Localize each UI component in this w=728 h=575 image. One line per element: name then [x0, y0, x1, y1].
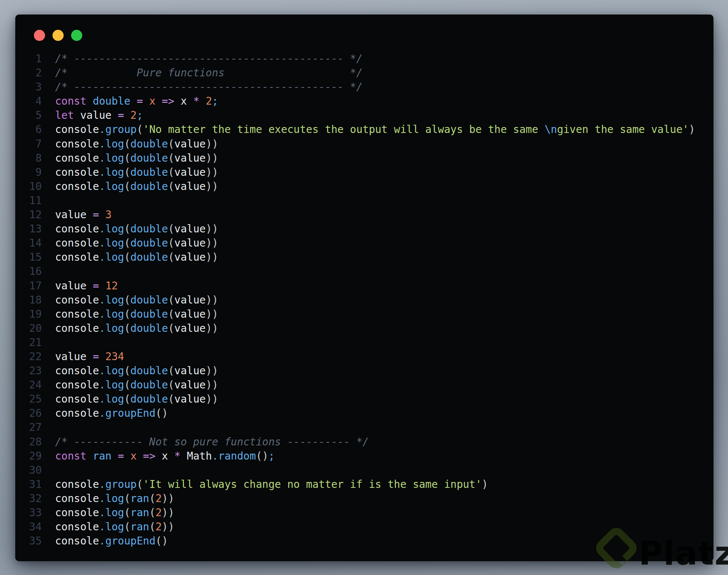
code-line: 4const double = x => x * 2; — [15, 94, 713, 108]
code-token: double — [130, 166, 168, 178]
code-line: 5let value = 2; — [15, 108, 713, 123]
code-token: console — [55, 506, 99, 519]
code-token: /* Pure functions */ — [55, 67, 363, 79]
code-token: ran — [130, 492, 149, 505]
code-token: double — [130, 393, 168, 405]
platzi-wordmark: Platz i — [639, 534, 728, 575]
code-token: console — [55, 492, 99, 505]
minimize-window-button[interactable] — [52, 30, 64, 41]
line-number: 4 — [15, 94, 42, 108]
code-token: const — [55, 95, 93, 107]
code-token: log — [105, 180, 124, 193]
code-token: ( — [124, 152, 130, 164]
code-token: = — [118, 450, 124, 462]
code-token: double — [130, 379, 168, 391]
code-text: console.log(double(value)) — [55, 392, 218, 406]
code-token: . — [99, 152, 105, 164]
code-text: value = 3 — [55, 208, 112, 222]
code-token: )) — [206, 365, 218, 377]
code-token: ran — [130, 506, 149, 519]
code-token: /* -------------------------------------… — [55, 53, 363, 65]
code-token: )) — [206, 393, 218, 405]
line-number: 24 — [15, 378, 42, 392]
code-text: console.log(double(value)) — [55, 364, 218, 378]
code-token: . — [99, 166, 105, 178]
code-token: x — [149, 95, 156, 107]
line-number: 28 — [15, 435, 42, 449]
code-token: . — [99, 308, 105, 320]
code-token — [99, 209, 105, 221]
code-token: double — [130, 322, 168, 334]
code-token: ) — [689, 123, 695, 136]
code-token: console — [55, 152, 99, 164]
code-token: . — [99, 506, 105, 519]
code-token: ( — [168, 393, 174, 405]
code-token: value — [80, 109, 118, 121]
code-token: ( — [168, 237, 174, 249]
code-token: ( — [168, 322, 174, 334]
code-token: ( — [168, 180, 174, 193]
code-text: console.groupEnd() — [55, 406, 168, 420]
code-token: double — [130, 365, 168, 377]
code-token: double — [130, 180, 168, 193]
code-line: 28/* ----------- Not so pure functions -… — [15, 435, 713, 449]
line-number: 26 — [15, 406, 42, 420]
code-token: console — [55, 138, 99, 150]
line-number: 1 — [15, 52, 42, 66]
code-token: . — [99, 322, 105, 334]
platzi-logo-icon — [596, 525, 637, 573]
code-token: . — [99, 138, 105, 150]
code-text: console.log(ran(2)) — [55, 506, 174, 520]
close-window-button[interactable] — [34, 30, 45, 41]
code-token: ( — [149, 506, 156, 519]
code-token: \n — [545, 123, 557, 136]
code-token: /* -------------------------------------… — [55, 81, 363, 93]
code-text: let value = 2; — [55, 108, 143, 123]
code-token: value — [174, 166, 205, 178]
code-text: console.log(double(value)) — [55, 180, 218, 194]
line-number: 30 — [15, 463, 42, 477]
code-token: ( — [124, 492, 130, 505]
code-token: value — [55, 209, 93, 221]
line-number: 11 — [15, 194, 42, 208]
code-token: ; — [212, 95, 218, 107]
code-token: groupEnd — [105, 535, 156, 547]
code-token: = — [137, 95, 143, 107]
code-token: )) — [206, 322, 218, 334]
code-token: ( — [168, 138, 174, 150]
code-token — [137, 450, 143, 462]
code-token: )) — [206, 294, 218, 306]
line-number: 20 — [15, 321, 42, 336]
code-token: log — [105, 223, 124, 235]
code-token: double — [130, 138, 168, 150]
code-token: ( — [124, 251, 130, 263]
code-line: 8console.log(double(value)) — [15, 151, 713, 165]
code-token: log — [105, 393, 124, 405]
code-token: ; — [268, 450, 275, 462]
code-token: groupEnd — [105, 407, 156, 419]
code-token: . — [99, 379, 105, 391]
code-token: given the same value' — [557, 123, 689, 136]
code-text: /* -------------------------------------… — [55, 52, 363, 66]
code-token: log — [105, 506, 124, 519]
code-line: 18console.log(double(value)) — [15, 293, 713, 307]
code-editor-window: 1/* ------------------------------------… — [15, 15, 713, 561]
code-token: log — [105, 166, 124, 178]
code-token: log — [105, 492, 124, 505]
code-token — [199, 95, 206, 107]
zoom-window-button[interactable] — [71, 30, 82, 41]
code-text: console.log(double(value)) — [55, 151, 218, 165]
code-text: /* -------------------------------------… — [55, 80, 363, 94]
code-token: . — [99, 535, 105, 547]
code-line: 3/* ------------------------------------… — [15, 80, 713, 94]
code-token: console — [55, 535, 99, 547]
code-token: ( — [124, 393, 130, 405]
code-text: console.log(double(value)) — [55, 321, 218, 336]
code-text: console.log(double(value)) — [55, 165, 218, 180]
code-token: ( — [168, 251, 174, 263]
code-token — [181, 450, 187, 462]
code-token: )) — [206, 166, 218, 178]
code-token — [99, 350, 105, 363]
code-token: ( — [168, 365, 174, 377]
code-line: 6console.group('No matter the time execu… — [15, 123, 713, 137]
